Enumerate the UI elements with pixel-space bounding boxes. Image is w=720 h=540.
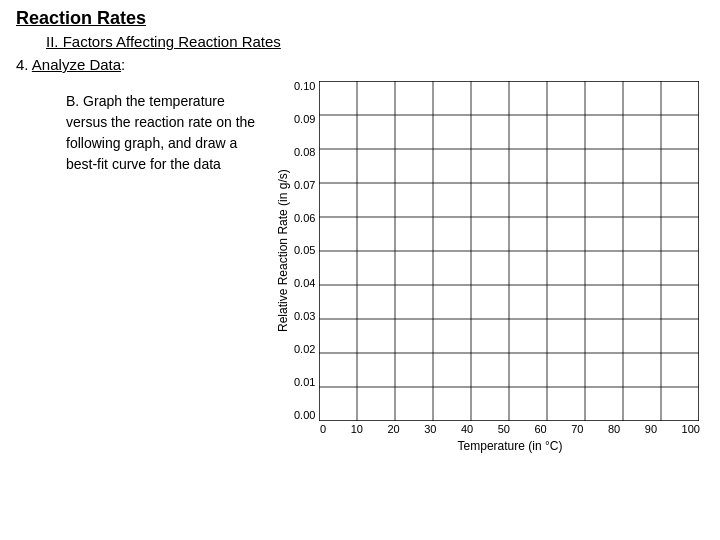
graph-description: B. Graph the temperature versus the reac… <box>66 81 266 175</box>
content-row: B. Graph the temperature versus the reac… <box>66 81 704 453</box>
page-title: Reaction Rates <box>16 8 704 29</box>
x-tick-label: 40 <box>461 423 473 435</box>
grid-svg <box>319 81 699 421</box>
graph-container: Relative Reaction Rate (in g/s) 0.100.09… <box>276 81 700 453</box>
y-ticks-and-grid: 0.100.090.080.070.060.050.040.030.020.01… <box>294 81 699 421</box>
x-tick-label: 30 <box>424 423 436 435</box>
x-tick-label: 60 <box>534 423 546 435</box>
y-tick-label: 0.03 <box>294 311 315 322</box>
section-heading: II. Factors Affecting Reaction Rates <box>46 33 704 50</box>
x-tick-label: 50 <box>498 423 510 435</box>
x-axis-label: Temperature (in °C) <box>320 439 700 453</box>
page: Reaction Rates II. Factors Affecting Rea… <box>0 0 720 461</box>
y-tick-label: 0.09 <box>294 114 315 125</box>
y-tick-label: 0.10 <box>294 81 315 92</box>
x-tick-label: 20 <box>387 423 399 435</box>
y-tick-label: 0.04 <box>294 278 315 289</box>
x-tick-label: 10 <box>351 423 363 435</box>
y-tick-label: 0.08 <box>294 147 315 158</box>
y-tick-label: 0.05 <box>294 245 315 256</box>
y-tick-label: 0.02 <box>294 344 315 355</box>
analyze-label: 4. Analyze Data: <box>16 56 704 73</box>
y-tick-label: 0.01 <box>294 377 315 388</box>
x-tick-label: 70 <box>571 423 583 435</box>
y-tick-label: 0.07 <box>294 180 315 191</box>
y-tick-label: 0.06 <box>294 213 315 224</box>
x-tick-label: 100 <box>682 423 700 435</box>
x-tick-label: 0 <box>320 423 326 435</box>
grid-area <box>319 81 699 421</box>
x-tick-labels: 0102030405060708090100 <box>320 423 700 435</box>
graph-with-yaxis: Relative Reaction Rate (in g/s) 0.100.09… <box>276 81 699 421</box>
y-tick-label: 0.00 <box>294 410 315 421</box>
analyze-data-underline: Analyze Data <box>32 56 121 73</box>
y-axis-label: Relative Reaction Rate (in g/s) <box>276 81 290 421</box>
x-tick-label: 90 <box>645 423 657 435</box>
y-tick-labels: 0.100.090.080.070.060.050.040.030.020.01… <box>294 81 315 421</box>
x-tick-label: 80 <box>608 423 620 435</box>
